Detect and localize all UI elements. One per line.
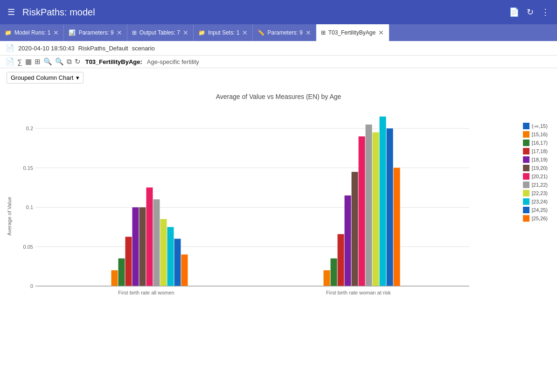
menu-icon[interactable]: ☰ bbox=[7, 7, 15, 17]
zoom-in-icon[interactable]: 🔍 bbox=[43, 57, 52, 66]
sub-toolbar: 📄 ∑ ▦ ⊞ 🔍 🔍 ⧉ ↻ T03_FertilityByAge: Age-… bbox=[0, 56, 557, 68]
legend-label-9: [23,24) bbox=[532, 199, 548, 204]
tab-label: Input Sets: 1 bbox=[208, 29, 239, 36]
tab-icon: ✏️ bbox=[258, 29, 265, 36]
legend-color-4 bbox=[523, 156, 529, 163]
legend-label-6: [20,21) bbox=[532, 174, 548, 179]
bar-0-9 bbox=[167, 227, 174, 286]
legend-item-2: [16,17) bbox=[523, 140, 548, 146]
bar-0-10 bbox=[174, 239, 181, 286]
tab-icon: 📁 bbox=[198, 29, 205, 36]
chart-type-label: Grouped Column Chart bbox=[11, 74, 73, 81]
legend-color-11 bbox=[523, 215, 529, 222]
chart-container: Average of Value 00.050.10.150.2First bi… bbox=[5, 104, 552, 328]
legend-color-10 bbox=[523, 207, 529, 213]
legend-label-8: [22,23) bbox=[532, 190, 548, 196]
legend-item-6: [20,21) bbox=[523, 173, 548, 180]
filter-icon[interactable]: ⧉ bbox=[67, 57, 72, 66]
tab-parameters-2[interactable]: ✏️Parameters: 9✕ bbox=[253, 24, 316, 41]
bar-0-5 bbox=[139, 207, 146, 286]
bar-1-4 bbox=[345, 196, 351, 286]
legend-item-8: [22,23) bbox=[523, 190, 548, 196]
tab-icon: 📁 bbox=[5, 29, 12, 36]
bar-0-7 bbox=[153, 199, 160, 286]
bar-0-4 bbox=[132, 207, 139, 286]
chart-type-dropdown[interactable]: Grouped Column Chart ▾ bbox=[7, 72, 84, 84]
legend-color-7 bbox=[523, 182, 529, 188]
svg-text:0.1: 0.1 bbox=[26, 204, 33, 210]
doc-icon[interactable]: 📄 bbox=[509, 7, 519, 17]
tab-label: Model Runs: 1 bbox=[14, 29, 50, 36]
tab-output-tables[interactable]: ⊞Output Tables: 7✕ bbox=[127, 24, 194, 41]
output-desc: Age-specific fertility bbox=[147, 58, 199, 65]
output-icon[interactable]: 📄 bbox=[6, 57, 14, 66]
bar-1-5 bbox=[352, 172, 358, 286]
tab-close-input-sets[interactable]: ✕ bbox=[242, 29, 248, 36]
legend-color-6 bbox=[523, 173, 529, 180]
legend-color-2 bbox=[523, 140, 529, 146]
legend-item-9: [23,24) bbox=[523, 198, 548, 205]
bar-1-1 bbox=[324, 270, 330, 286]
zoom-out-icon[interactable]: 🔍 bbox=[55, 57, 64, 66]
legend-color-1 bbox=[523, 131, 529, 138]
refresh-sub-icon[interactable]: ↻ bbox=[75, 57, 81, 66]
bar-1-3 bbox=[338, 234, 344, 286]
legend-item-0: (-∞,15) bbox=[523, 123, 548, 129]
tab-icon: ⊞ bbox=[132, 29, 137, 36]
legend-item-3: [17,18) bbox=[523, 148, 548, 154]
legend-label-1: [15,16) bbox=[532, 132, 548, 137]
svg-text:0.15: 0.15 bbox=[23, 165, 33, 171]
x-label-0: First birth rate all women bbox=[118, 290, 174, 295]
toolbar-row: 📄 2020-04-10 18:50:43 RiskPaths_Default … bbox=[0, 41, 557, 56]
tab-close-parameters-1[interactable]: ✕ bbox=[117, 29, 122, 36]
legend-color-9 bbox=[523, 198, 529, 205]
chart-legend: (-∞,15)[15,16)[16,17)[17,18)[18,19)[19,2… bbox=[523, 123, 548, 222]
tab-label: T03_FertilityByAge bbox=[328, 29, 376, 36]
tab-input-sets[interactable]: 📁Input Sets: 1✕ bbox=[194, 24, 253, 41]
legend-color-8 bbox=[523, 190, 529, 196]
svg-text:0.05: 0.05 bbox=[23, 244, 33, 250]
output-name: T03_FertilityByAge: bbox=[85, 58, 142, 65]
tab-close-model-runs[interactable]: ✕ bbox=[53, 29, 59, 36]
legend-label-3: [17,18) bbox=[532, 148, 548, 154]
legend-item-5: [19,20) bbox=[523, 165, 548, 171]
legend-item-7: [21,22) bbox=[523, 182, 548, 188]
y-axis-label: Average of Value bbox=[7, 104, 12, 328]
sigma-icon[interactable]: ∑ bbox=[17, 58, 22, 66]
tab-t03-fertility[interactable]: ⊞T03_FertilityByAge✕ bbox=[316, 24, 389, 41]
bar-0-1 bbox=[111, 270, 118, 286]
refresh-icon[interactable]: ↻ bbox=[527, 7, 534, 17]
tabs-bar: 📁Model Runs: 1✕📊Parameters: 9✕⊞Output Ta… bbox=[0, 24, 557, 41]
tab-close-t03-fertility[interactable]: ✕ bbox=[378, 29, 384, 36]
header-actions: 📄 ↻ ⋮ bbox=[509, 7, 550, 17]
scenario-name: RiskPaths_Default bbox=[78, 45, 128, 52]
legend-item-11: [25,26) bbox=[523, 215, 548, 222]
chart-title: Average of Value vs Measures (EN) by Age bbox=[5, 87, 552, 104]
legend-label-0: (-∞,15) bbox=[532, 123, 548, 129]
legend-label-7: [21,22) bbox=[532, 182, 548, 188]
grid-icon[interactable]: ⊞ bbox=[35, 57, 41, 66]
legend-color-5 bbox=[523, 165, 529, 171]
run-doc-icon[interactable]: 📄 bbox=[6, 44, 14, 52]
chart-area: Average of Value vs Measures (EN) by Age… bbox=[0, 87, 557, 333]
table-icon[interactable]: ▦ bbox=[25, 57, 32, 66]
svg-text:0: 0 bbox=[30, 283, 33, 289]
app-header: ☰ RiskPaths: model 📄 ↻ ⋮ bbox=[0, 0, 557, 24]
bar-1-11 bbox=[394, 168, 400, 286]
bar-0-2 bbox=[118, 259, 125, 286]
svg-text:0.2: 0.2 bbox=[26, 126, 33, 131]
tab-close-parameters-2[interactable]: ✕ bbox=[306, 29, 311, 36]
bar-1-2 bbox=[331, 259, 337, 286]
bar-0-3 bbox=[125, 237, 132, 286]
app-title: RiskPaths: model bbox=[22, 7, 501, 18]
tab-icon: 📊 bbox=[69, 29, 76, 36]
legend-item-4: [18,19) bbox=[523, 156, 548, 163]
more-icon[interactable]: ⋮ bbox=[541, 7, 550, 17]
tab-model-runs[interactable]: 📁Model Runs: 1✕ bbox=[0, 24, 64, 41]
tab-label: Output Tables: 7 bbox=[139, 29, 180, 36]
tab-close-output-tables[interactable]: ✕ bbox=[183, 29, 188, 36]
legend-item-10: [24,25) bbox=[523, 207, 548, 213]
legend-color-3 bbox=[523, 148, 529, 154]
tab-parameters-1[interactable]: 📊Parameters: 9✕ bbox=[64, 24, 127, 41]
tab-label: Parameters: 9 bbox=[78, 29, 113, 36]
